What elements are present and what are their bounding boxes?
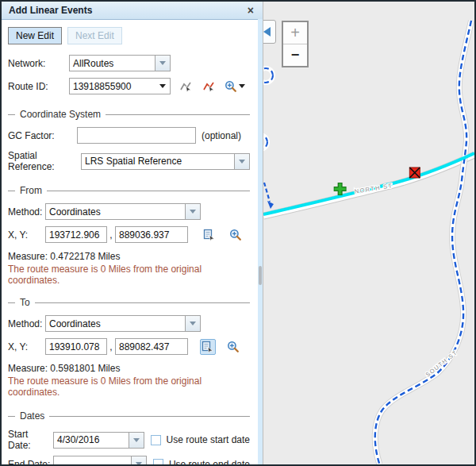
use-route-end-date-checkbox[interactable] [153, 459, 163, 466]
to-measure-text: Measure: 0.5981801 Miles [8, 363, 250, 374]
to-method-label: Method: [8, 318, 45, 329]
zoom-to-to-point-icon[interactable] [225, 339, 241, 355]
gc-factor-input[interactable] [77, 127, 196, 144]
add-linear-events-panel: Add Linear Events × New Edit Next Edit N… [2, 2, 263, 464]
spatial-reference-dropdown[interactable]: LRS Spatial Reference [81, 153, 250, 170]
map-zoom-control: + − [282, 21, 309, 67]
from-measure-text: Measure: 0.4722178 Miles [8, 251, 250, 262]
spatial-reference-value: LRS Spatial Reference [82, 156, 234, 167]
from-xy-label: X, Y: [8, 229, 45, 241]
add-linear-events-window: Add Linear Events × New Edit Next Edit N… [0, 0, 476, 466]
from-y-input[interactable] [115, 226, 188, 243]
chevron-down-icon[interactable] [159, 84, 166, 88]
to-y-input[interactable] [115, 338, 188, 355]
use-route-start-date-checkbox[interactable] [151, 435, 161, 445]
network-value: AllRoutes [70, 58, 155, 69]
start-date-row: Start Date: 4/30/2016 Use route start da… [8, 429, 250, 451]
to-point-marker[interactable] [409, 168, 420, 178]
start-date-label: Start Date: [8, 429, 53, 451]
from-method-value: Coordinates [46, 206, 185, 218]
chevron-left-icon [263, 27, 271, 37]
to-method-row: Method: Coordinates [8, 315, 250, 332]
start-date-value: 4/30/2016 [54, 434, 129, 445]
to-method-dropdown[interactable]: Coordinates [45, 315, 201, 332]
end-date-row: End Date: Use route end date [8, 456, 250, 466]
to-xy-row: X, Y: , [8, 338, 250, 355]
street-label-south: SOUTH ST [424, 349, 459, 378]
dates-section-header: Dates [8, 410, 250, 422]
spatial-reference-label: Spatial Reference: [8, 150, 81, 172]
network-dropdown[interactable]: AllRoutes [69, 55, 171, 71]
to-method-value: Coordinates [46, 318, 185, 329]
route-id-combobox[interactable]: 13918855900 [69, 78, 171, 94]
pick-from-coordinates-icon[interactable] [202, 227, 217, 243]
network-row: Network: AllRoutes [8, 55, 250, 71]
from-xy-row: X, Y: , [8, 226, 250, 243]
map-graphics: NORTH ST SOUTH ST [263, 2, 474, 464]
panel-titlebar: Add Linear Events × [2, 2, 263, 20]
optional-label: (optional) [202, 130, 241, 141]
zoom-out-button[interactable]: − [283, 44, 307, 66]
to-warning-text: The route measure is 0 Miles from the or… [8, 375, 250, 398]
from-warning-text: The route measure is 0 Miles from the or… [8, 264, 250, 286]
pick-to-coordinates-icon[interactable] [200, 339, 216, 355]
chevron-down-icon[interactable] [131, 456, 146, 466]
from-x-input[interactable] [45, 226, 107, 243]
from-method-row: Method: Coordinates [8, 203, 250, 220]
use-route-start-date-label: Use route start date [167, 434, 250, 445]
collapse-panel-button[interactable] [263, 20, 276, 44]
to-section-header: To [8, 297, 250, 308]
close-icon[interactable]: × [246, 5, 255, 16]
select-route-red-icon[interactable] [202, 79, 217, 94]
chevron-down-icon[interactable] [155, 56, 170, 71]
zoom-to-from-point-icon[interactable] [228, 227, 244, 243]
gc-factor-label: GC Factor: [8, 130, 77, 141]
zoom-in-button[interactable]: + [283, 22, 307, 44]
chevron-down-icon[interactable] [239, 84, 245, 88]
to-x-input[interactable] [45, 338, 107, 355]
scrollbar-thumb[interactable] [259, 266, 262, 285]
route-id-label: Route ID: [8, 81, 69, 92]
from-section-header: From [8, 185, 250, 196]
arrowhead-icon [267, 201, 274, 209]
coordinate-system-section-header: Coordinate System [8, 109, 250, 120]
new-edit-button[interactable]: New Edit [8, 27, 62, 44]
use-route-end-date-label: Use route end date [169, 459, 250, 466]
zoom-to-route-icon[interactable] [224, 79, 246, 94]
from-method-dropdown[interactable]: Coordinates [45, 203, 201, 220]
gc-factor-row: GC Factor: (optional) [8, 127, 250, 144]
network-label: Network: [8, 58, 69, 69]
panel-content: New Edit Next Edit Network: AllRoutes Ro… [2, 20, 263, 466]
chevron-down-icon[interactable] [185, 316, 200, 331]
start-date-dropdown[interactable]: 4/30/2016 [53, 432, 144, 449]
panel-title: Add Linear Events [9, 5, 92, 16]
select-route-icon[interactable] [178, 79, 194, 94]
to-xy-label: X, Y: [8, 341, 45, 352]
spatial-reference-row: Spatial Reference: LRS Spatial Reference [8, 150, 250, 172]
chevron-down-icon[interactable] [234, 154, 249, 169]
chevron-down-icon[interactable] [129, 433, 144, 448]
from-method-label: Method: [8, 206, 45, 218]
road-casing [263, 21, 474, 464]
end-date-dropdown[interactable] [53, 456, 147, 466]
end-date-label: End Date: [8, 459, 53, 466]
chevron-down-icon[interactable] [185, 204, 200, 219]
route-id-value: 13918855900 [70, 81, 156, 92]
next-edit-button: Next Edit [67, 27, 122, 44]
route-id-row: Route ID: 13918855900 [8, 78, 250, 94]
dashed-route-line [263, 21, 471, 464]
map-view[interactable]: NORTH ST SOUTH ST + − [263, 2, 474, 464]
